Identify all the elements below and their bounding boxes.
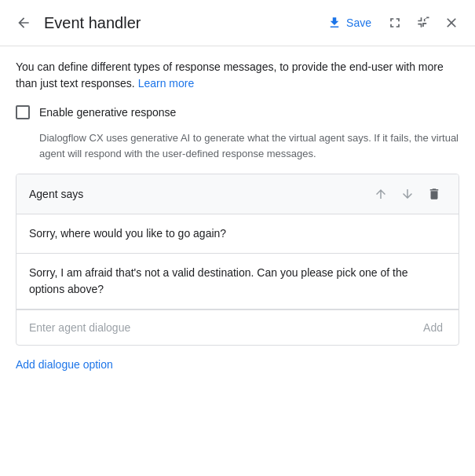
save-button[interactable]: Save	[321, 11, 378, 35]
dialogue-row: Sorry, I am afraid that's not a valid de…	[16, 254, 459, 309]
fullscreen-button[interactable]	[384, 12, 406, 34]
panel-header: Event handler Save	[0, 0, 475, 46]
move-up-button[interactable]	[369, 184, 393, 204]
generative-checkbox-label: Enable generative response	[39, 104, 176, 121]
description-text: You can define different types of respon…	[16, 59, 459, 92]
add-dialogue-option-button[interactable]: Add dialogue option	[16, 358, 113, 371]
save-label: Save	[346, 16, 371, 29]
panel-title: Event handler	[44, 14, 315, 32]
dialogue-text: Sorry, where would you like to go again?	[29, 227, 226, 240]
dialogue-input[interactable]	[29, 321, 414, 334]
agent-says-header: Agent says	[16, 174, 459, 214]
add-inline-button[interactable]: Add	[420, 318, 446, 337]
event-handler-panel: Event handler Save	[0, 0, 475, 476]
generative-checkbox[interactable]	[16, 105, 30, 119]
dialogue-input-row: Add	[16, 309, 459, 345]
save-icon	[327, 16, 342, 30]
agent-says-label: Agent says	[29, 188, 369, 200]
delete-button[interactable]	[422, 184, 446, 204]
agent-says-container: Agent says	[16, 174, 459, 346]
collapse-button[interactable]	[412, 12, 434, 34]
generative-checkbox-row: Enable generative response	[16, 104, 459, 121]
generative-description: Dialogflow CX uses generative AI to gene…	[39, 130, 459, 161]
agent-says-controls	[369, 184, 446, 204]
back-button[interactable]	[13, 12, 35, 34]
dialogue-row: Sorry, where would you like to go again?	[16, 214, 459, 254]
learn-more-link[interactable]: Learn more	[138, 77, 195, 90]
panel-content: You can define different types of respon…	[0, 46, 475, 476]
move-down-button[interactable]	[396, 184, 419, 204]
close-button[interactable]	[440, 12, 462, 34]
dialogue-text: Sorry, I am afraid that's not a valid de…	[29, 266, 408, 295]
